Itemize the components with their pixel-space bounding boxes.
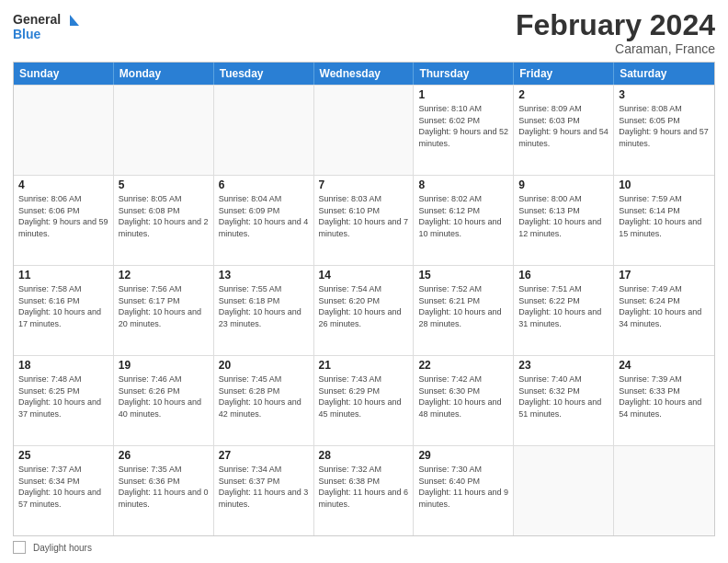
cell-info: Sunrise: 7:40 AM Sunset: 6:32 PM Dayligh… bbox=[518, 373, 609, 419]
cell-info: Sunrise: 7:51 AM Sunset: 6:22 PM Dayligh… bbox=[518, 283, 609, 329]
cal-cell-1-4: 8Sunrise: 8:02 AM Sunset: 6:12 PM Daylig… bbox=[414, 176, 514, 265]
cell-info: Sunrise: 8:04 AM Sunset: 6:09 PM Dayligh… bbox=[219, 193, 309, 239]
cell-day-number: 3 bbox=[619, 88, 710, 101]
cal-cell-3-5: 23Sunrise: 7:40 AM Sunset: 6:32 PM Dayli… bbox=[514, 356, 614, 445]
cell-day-number: 14 bbox=[319, 269, 409, 282]
cal-cell-0-5: 2Sunrise: 8:09 AM Sunset: 6:03 PM Daylig… bbox=[514, 86, 614, 175]
calendar: Sunday Monday Tuesday Wednesday Thursday… bbox=[13, 62, 715, 536]
cell-info: Sunrise: 8:09 AM Sunset: 6:03 PM Dayligh… bbox=[518, 103, 609, 149]
svg-text:Blue: Blue bbox=[13, 27, 41, 41]
cell-info: Sunrise: 7:35 AM Sunset: 6:36 PM Dayligh… bbox=[119, 464, 209, 510]
cal-cell-1-3: 7Sunrise: 8:03 AM Sunset: 6:10 PM Daylig… bbox=[314, 176, 415, 265]
cal-cell-2-3: 14Sunrise: 7:54 AM Sunset: 6:20 PM Dayli… bbox=[314, 266, 415, 355]
cell-day-number: 5 bbox=[119, 178, 209, 191]
cal-cell-0-1 bbox=[114, 86, 214, 175]
cal-cell-3-2: 20Sunrise: 7:45 AM Sunset: 6:28 PM Dayli… bbox=[214, 356, 314, 445]
cal-cell-2-1: 12Sunrise: 7:56 AM Sunset: 6:17 PM Dayli… bbox=[114, 266, 214, 355]
cell-info: Sunrise: 7:43 AM Sunset: 6:29 PM Dayligh… bbox=[319, 373, 409, 419]
cal-cell-3-1: 19Sunrise: 7:46 AM Sunset: 6:26 PM Dayli… bbox=[114, 356, 214, 445]
header-tuesday: Tuesday bbox=[214, 63, 314, 85]
cal-cell-2-0: 11Sunrise: 7:58 AM Sunset: 6:16 PM Dayli… bbox=[14, 266, 114, 355]
cal-cell-0-0 bbox=[14, 86, 114, 175]
footer: Daylight hours bbox=[13, 536, 715, 554]
cal-row-3: 18Sunrise: 7:48 AM Sunset: 6:25 PM Dayli… bbox=[14, 355, 714, 445]
cell-info: Sunrise: 7:37 AM Sunset: 6:34 PM Dayligh… bbox=[18, 464, 108, 510]
cell-day-number: 21 bbox=[319, 359, 409, 372]
cell-day-number: 18 bbox=[18, 359, 108, 372]
svg-text:General: General bbox=[13, 12, 61, 27]
cell-day-number: 2 bbox=[518, 88, 609, 101]
logo-svg: General Blue bbox=[13, 9, 82, 46]
calendar-header: Sunday Monday Tuesday Wednesday Thursday… bbox=[14, 63, 714, 85]
cell-info: Sunrise: 8:06 AM Sunset: 6:06 PM Dayligh… bbox=[18, 193, 108, 239]
daylight-box bbox=[13, 541, 26, 554]
cell-info: Sunrise: 8:03 AM Sunset: 6:10 PM Dayligh… bbox=[319, 193, 409, 239]
cell-day-number: 11 bbox=[18, 269, 108, 282]
cell-day-number: 1 bbox=[418, 88, 508, 101]
cal-cell-1-0: 4Sunrise: 8:06 AM Sunset: 6:06 PM Daylig… bbox=[14, 176, 114, 265]
cell-day-number: 22 bbox=[418, 359, 508, 372]
cal-cell-3-3: 21Sunrise: 7:43 AM Sunset: 6:29 PM Dayli… bbox=[314, 356, 415, 445]
cell-info: Sunrise: 8:10 AM Sunset: 6:02 PM Dayligh… bbox=[418, 103, 508, 149]
cell-info: Sunrise: 7:30 AM Sunset: 6:40 PM Dayligh… bbox=[418, 464, 508, 510]
cal-cell-1-1: 5Sunrise: 8:05 AM Sunset: 6:08 PM Daylig… bbox=[114, 176, 214, 265]
cell-info: Sunrise: 7:56 AM Sunset: 6:17 PM Dayligh… bbox=[119, 283, 209, 329]
cell-day-number: 10 bbox=[619, 178, 710, 191]
header-saturday: Saturday bbox=[614, 63, 714, 85]
cal-row-2: 11Sunrise: 7:58 AM Sunset: 6:16 PM Dayli… bbox=[14, 265, 714, 355]
header-wednesday: Wednesday bbox=[314, 63, 415, 85]
cell-day-number: 19 bbox=[119, 359, 209, 372]
cell-info: Sunrise: 7:55 AM Sunset: 6:18 PM Dayligh… bbox=[219, 283, 309, 329]
cal-cell-2-5: 16Sunrise: 7:51 AM Sunset: 6:22 PM Dayli… bbox=[514, 266, 614, 355]
cell-info: Sunrise: 7:59 AM Sunset: 6:14 PM Dayligh… bbox=[619, 193, 710, 239]
title-block: February 2024 Caraman, France bbox=[516, 9, 715, 56]
cal-cell-0-6: 3Sunrise: 8:08 AM Sunset: 6:05 PM Daylig… bbox=[614, 86, 714, 175]
cell-day-number: 4 bbox=[18, 178, 108, 191]
cell-day-number: 29 bbox=[418, 449, 508, 462]
cell-info: Sunrise: 7:45 AM Sunset: 6:28 PM Dayligh… bbox=[219, 373, 309, 419]
cell-info: Sunrise: 7:49 AM Sunset: 6:24 PM Dayligh… bbox=[619, 283, 710, 329]
cal-cell-3-4: 22Sunrise: 7:42 AM Sunset: 6:30 PM Dayli… bbox=[414, 356, 514, 445]
calendar-body: 1Sunrise: 8:10 AM Sunset: 6:02 PM Daylig… bbox=[14, 85, 714, 535]
cell-day-number: 8 bbox=[418, 178, 508, 191]
cal-cell-4-0: 25Sunrise: 7:37 AM Sunset: 6:34 PM Dayli… bbox=[14, 446, 114, 535]
cal-cell-0-3 bbox=[314, 86, 415, 175]
cal-cell-3-0: 18Sunrise: 7:48 AM Sunset: 6:25 PM Dayli… bbox=[14, 356, 114, 445]
header-sunday: Sunday bbox=[14, 63, 114, 85]
cal-cell-2-2: 13Sunrise: 7:55 AM Sunset: 6:18 PM Dayli… bbox=[214, 266, 314, 355]
header: General Blue February 2024 Caraman, Fran… bbox=[13, 9, 715, 56]
cell-info: Sunrise: 7:58 AM Sunset: 6:16 PM Dayligh… bbox=[18, 283, 108, 329]
cell-day-number: 23 bbox=[518, 359, 609, 372]
cell-day-number: 13 bbox=[219, 269, 309, 282]
page: General Blue February 2024 Caraman, Fran… bbox=[0, 0, 728, 563]
cell-day-number: 27 bbox=[219, 449, 309, 462]
cell-info: Sunrise: 7:32 AM Sunset: 6:38 PM Dayligh… bbox=[319, 464, 409, 510]
logo: General Blue bbox=[13, 9, 82, 46]
cell-info: Sunrise: 8:00 AM Sunset: 6:13 PM Dayligh… bbox=[518, 193, 609, 239]
cell-info: Sunrise: 8:02 AM Sunset: 6:12 PM Dayligh… bbox=[418, 193, 508, 239]
subtitle: Caraman, France bbox=[516, 41, 715, 56]
cal-cell-1-2: 6Sunrise: 8:04 AM Sunset: 6:09 PM Daylig… bbox=[214, 176, 314, 265]
cal-cell-4-2: 27Sunrise: 7:34 AM Sunset: 6:37 PM Dayli… bbox=[214, 446, 314, 535]
cal-cell-4-4: 29Sunrise: 7:30 AM Sunset: 6:40 PM Dayli… bbox=[414, 446, 514, 535]
cal-cell-4-1: 26Sunrise: 7:35 AM Sunset: 6:36 PM Dayli… bbox=[114, 446, 214, 535]
cell-info: Sunrise: 7:54 AM Sunset: 6:20 PM Dayligh… bbox=[319, 283, 409, 329]
cell-day-number: 17 bbox=[619, 269, 710, 282]
cell-day-number: 9 bbox=[518, 178, 609, 191]
cell-day-number: 7 bbox=[319, 178, 409, 191]
cell-day-number: 16 bbox=[518, 269, 609, 282]
cell-day-number: 15 bbox=[418, 269, 508, 282]
cal-cell-1-5: 9Sunrise: 8:00 AM Sunset: 6:13 PM Daylig… bbox=[514, 176, 614, 265]
cell-info: Sunrise: 7:39 AM Sunset: 6:33 PM Dayligh… bbox=[619, 373, 710, 419]
cal-cell-4-6 bbox=[614, 446, 714, 535]
cal-cell-0-4: 1Sunrise: 8:10 AM Sunset: 6:02 PM Daylig… bbox=[414, 86, 514, 175]
cal-cell-2-6: 17Sunrise: 7:49 AM Sunset: 6:24 PM Dayli… bbox=[614, 266, 714, 355]
svg-marker-2 bbox=[70, 15, 79, 26]
cell-info: Sunrise: 7:52 AM Sunset: 6:21 PM Dayligh… bbox=[418, 283, 508, 329]
cal-cell-3-6: 24Sunrise: 7:39 AM Sunset: 6:33 PM Dayli… bbox=[614, 356, 714, 445]
cal-cell-4-3: 28Sunrise: 7:32 AM Sunset: 6:38 PM Dayli… bbox=[314, 446, 415, 535]
cell-day-number: 24 bbox=[619, 359, 710, 372]
cal-cell-1-6: 10Sunrise: 7:59 AM Sunset: 6:14 PM Dayli… bbox=[614, 176, 714, 265]
cell-info: Sunrise: 7:42 AM Sunset: 6:30 PM Dayligh… bbox=[418, 373, 508, 419]
cell-day-number: 26 bbox=[119, 449, 209, 462]
